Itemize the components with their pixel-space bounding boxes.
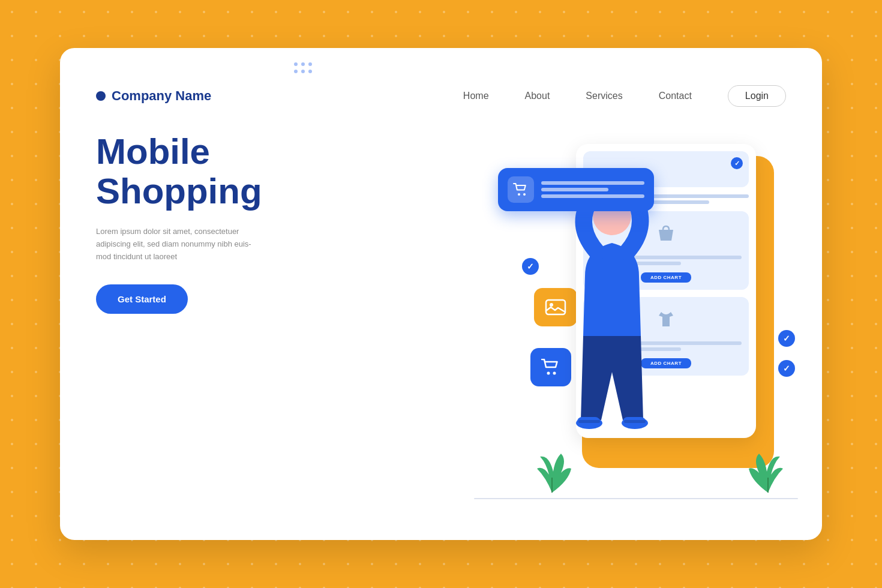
decorative-dots <box>294 62 312 73</box>
card-line-3 <box>541 194 644 198</box>
person-illustration <box>552 180 672 470</box>
logo-text: Company Name <box>112 88 211 104</box>
illustration: ✓ <box>354 96 822 516</box>
get-started-button[interactable]: Get Started <box>96 284 188 314</box>
hero-description: Lorem ipsum dolor sit amet, consectetuer… <box>96 226 264 263</box>
svg-point-4 <box>547 372 550 375</box>
hero-title: Mobile Shopping <box>96 132 324 211</box>
svg-rect-15 <box>624 420 646 423</box>
card-line-2 <box>541 188 608 191</box>
cart-icon <box>508 176 534 203</box>
check-badge-right-2: ✓ <box>778 360 795 377</box>
card-line-1 <box>541 181 644 185</box>
card-lines <box>541 178 644 201</box>
logo[interactable]: Company Name <box>96 88 211 104</box>
ground-line <box>474 498 798 499</box>
svg-rect-14 <box>578 420 600 423</box>
main-card: Company Name Home About Services Contact… <box>60 48 822 540</box>
svg-point-1 <box>523 193 526 196</box>
svg-point-0 <box>518 193 520 196</box>
plant-right <box>744 448 792 498</box>
logo-dot <box>96 91 106 101</box>
hero-section: Mobile Shopping Lorem ipsum dolor sit am… <box>96 132 324 314</box>
check-badge-left: ✓ <box>522 258 539 275</box>
cart-notification-card <box>498 168 654 211</box>
check-badge-right-1: ✓ <box>778 330 795 347</box>
phone-check-1: ✓ <box>731 157 743 169</box>
